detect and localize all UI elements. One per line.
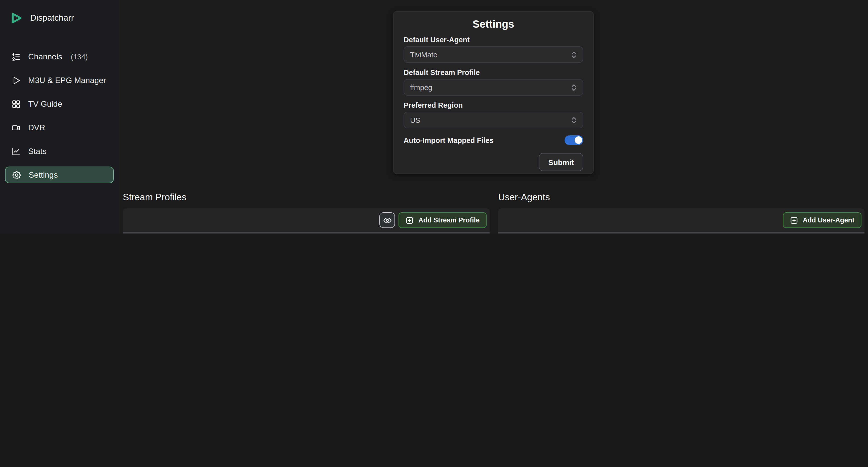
default-user-agent-label: Default User-Agent [404,36,583,44]
table-header: Name User-Agent Description Active [498,232,865,234]
chart-line-icon [11,146,21,156]
preferred-region-label: Preferred Region [404,101,583,109]
settings-title: Settings [404,18,583,30]
add-stream-profile-label: Add Stream Profile [418,216,479,224]
stream-profiles-panel: Add Stream Profile Name Command [123,208,490,234]
add-user-agent-button[interactable]: Add User-Agent [783,212,862,228]
user-agents-toolbar: Add User-Agent [498,208,865,232]
eye-icon [383,216,392,225]
gear-icon [11,170,22,180]
sidebar-item-label: Settings [29,170,58,179]
sidebar-item-stats[interactable]: Stats [5,143,114,159]
app-title: Dispatcharr [30,13,74,23]
add-stream-profile-button[interactable]: Add Stream Profile [399,212,487,228]
user-agents-table: Name User-Agent Description Active [498,232,865,234]
chevron-updown-icon [571,83,577,92]
sidebar-item-label: M3U & EPG Manager [28,76,106,85]
sidebar-item-settings[interactable]: Settings [5,166,114,183]
plus-square-icon [790,216,798,224]
chevron-updown-icon [571,116,577,125]
app-window: Dispatcharr Channels (134) [0,0,868,234]
auto-import-toggle[interactable] [565,135,583,145]
app-logo-icon [8,10,24,26]
sidebar-item-tv-guide[interactable]: TV Guide [5,96,114,112]
sidebar-item-dvr[interactable]: DVR [5,119,114,136]
preferred-region-value: US [410,116,571,124]
user-agents-panel: Add User-Agent Name User-Agent Descri [498,208,865,234]
submit-row: Submit [404,153,583,171]
sidebar-item-label: Channels [28,52,62,61]
stream-profiles-title: Stream Profiles [123,192,186,203]
sidebar-item-label: DVR [28,123,45,132]
default-stream-profile-select[interactable]: ffmpeg [404,79,583,96]
stream-profiles-table: Name Command Param [123,232,490,234]
auto-import-label: Auto-Import Mapped Files [404,136,494,144]
auto-import-row: Auto-Import Mapped Files [404,135,583,145]
play-icon [11,75,21,85]
list-numbers-icon [11,52,21,62]
user-agents-title: User-Agents [498,192,550,203]
visibility-button[interactable] [380,212,395,228]
add-user-agent-label: Add User-Agent [803,216,855,224]
stream-profiles-toolbar: Add Stream Profile [123,208,490,232]
submit-button[interactable]: Submit [539,153,583,171]
plus-square-icon [406,216,414,224]
channels-count: (134) [71,53,88,61]
toggle-knob [575,136,582,144]
sidebar-nav: Channels (134) M3U & EPG Manager [0,48,119,183]
default-user-agent-value: TiviMate [410,51,571,59]
sidebar: Dispatcharr Channels (134) [0,0,119,234]
app-logo-row: Dispatcharr [0,0,119,26]
sidebar-item-m3u-epg[interactable]: M3U & EPG Manager [5,72,114,89]
default-user-agent-select[interactable]: TiviMate [404,46,583,63]
sidebar-item-channels[interactable]: Channels (134) [5,48,114,65]
settings-card: Settings Default User-Agent TiviMate Def… [393,11,594,174]
preferred-region-select[interactable]: US [404,112,583,128]
default-stream-profile-value: ffmpeg [410,83,571,91]
sidebar-item-label: TV Guide [28,99,62,108]
default-stream-profile-label: Default Stream Profile [404,68,583,76]
video-camera-icon [11,123,21,133]
sidebar-item-label: Stats [28,147,46,156]
table-header: Name Command Param [123,232,490,234]
chevron-updown-icon [571,50,577,59]
grid-icon [11,99,21,109]
